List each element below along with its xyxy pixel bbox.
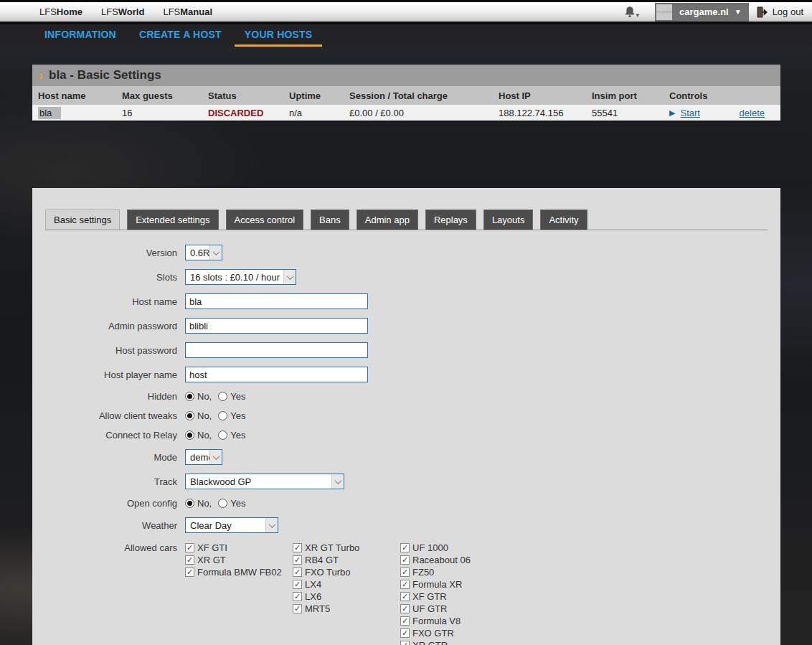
link-lfsmanual[interactable]: LFSManual <box>163 6 212 17</box>
tab-layouts[interactable]: Layouts <box>483 209 534 230</box>
car-checkbox[interactable] <box>293 543 302 552</box>
mode-value: demo <box>186 452 209 463</box>
car-checkbox[interactable] <box>185 543 194 552</box>
connect-to-relay-row: Connect to Relay No, Yes <box>32 430 780 441</box>
admin-password-input[interactable] <box>185 318 368 334</box>
list-item: Raceabout 06 <box>400 554 494 566</box>
list-item: LX4 <box>293 578 400 590</box>
tab-access-control[interactable]: Access control <box>226 209 304 230</box>
car-checkbox[interactable] <box>400 592 410 601</box>
tab-admin-app[interactable]: Admin app <box>357 209 418 230</box>
col-max-guests: Max guests <box>122 90 208 101</box>
car-label: XR GT Turbo <box>305 542 359 553</box>
connect-to-relay-no-label: No, <box>197 430 212 441</box>
host-name-input[interactable] <box>185 293 368 309</box>
col-uptime: Uptime <box>289 90 349 101</box>
nav-your-hosts[interactable]: YOUR HOSTS <box>235 24 323 47</box>
allow-client-tweaks-yes-radio[interactable] <box>218 411 227 420</box>
list-item: XF GTI <box>185 542 293 554</box>
car-checkbox[interactable] <box>293 580 302 589</box>
table-row: bla 16 DISCARDED n/a £0.00 / £0.00 188.1… <box>32 105 780 122</box>
link-lfsmanual-prefix: LFS <box>163 6 180 17</box>
car-checkbox[interactable] <box>293 568 302 577</box>
tab-basic-settings[interactable]: Basic settings <box>45 209 120 230</box>
mode-select[interactable]: demo <box>185 449 222 465</box>
connect-to-relay-no-radio[interactable] <box>185 430 194 440</box>
version-row: Version 0.6R <box>32 245 780 260</box>
slots-select[interactable]: 16 slots : £0.10 / hour <box>185 269 296 285</box>
tab-replays[interactable]: Replays <box>425 209 476 230</box>
car-label: LX4 <box>305 579 321 590</box>
car-label: UF 1000 <box>412 542 448 553</box>
connect-to-relay-yes-radio[interactable] <box>218 430 227 440</box>
car-label: XR GT <box>197 555 226 565</box>
link-lfsworld[interactable]: LFSWorld <box>101 6 144 17</box>
host-password-label: Host password <box>32 345 177 356</box>
list-item: UF 1000 <box>400 542 494 554</box>
user-menu-button[interactable]: no picture cargame.nl ▼ <box>655 3 749 22</box>
chevron-down-icon <box>209 450 222 464</box>
nav-create-a-host[interactable]: CREATE A HOST <box>129 24 232 47</box>
notifications-button[interactable]: ▾ <box>624 6 640 19</box>
cell-uptime: n/a <box>289 108 349 118</box>
car-checkbox[interactable] <box>185 568 194 577</box>
car-checkbox[interactable] <box>400 568 410 577</box>
host-player-name-input[interactable] <box>185 367 368 382</box>
car-checkbox[interactable] <box>400 641 410 645</box>
tab-bans[interactable]: Bans <box>311 209 349 230</box>
open-config-yes-label: Yes <box>230 498 245 509</box>
car-label: LX6 <box>305 591 321 602</box>
open-config-row: Open config No, Yes <box>32 498 780 509</box>
top-bar: LFSHome LFSWorld LFSManual ▾ no picture … <box>0 0 812 22</box>
nav-information[interactable]: INFORMATION <box>34 24 126 47</box>
hidden-no-radio[interactable] <box>185 392 194 401</box>
open-config-radio-group: No, Yes <box>185 498 252 509</box>
hidden-radio-group: No, Yes <box>185 391 252 402</box>
car-checkbox[interactable] <box>293 604 302 613</box>
hidden-yes-radio[interactable] <box>218 392 227 401</box>
allowed-cars-group: XF GTI XR GT Formula BMW FB02 XR GT Turb… <box>185 542 494 645</box>
hidden-yes-label: Yes <box>230 391 245 402</box>
chevron-down-icon <box>265 518 278 532</box>
car-label: Formula BMW FB02 <box>197 567 282 578</box>
logout-button[interactable]: Log out <box>756 6 803 18</box>
track-select[interactable]: Blackwood GP <box>185 474 344 489</box>
car-checkbox[interactable] <box>293 555 302 565</box>
weather-select[interactable]: Clear Day <box>185 517 278 533</box>
hosts-table-header: Host name Max guests Status Uptime Sessi… <box>32 86 780 105</box>
list-item: Formula XR <box>400 578 494 590</box>
open-config-yes-radio[interactable] <box>218 499 227 508</box>
username-label: cargame.nl <box>679 6 729 17</box>
allowed-cars-row: Allowed cars XF GTI XR GT Formula BMW FB… <box>32 542 780 645</box>
tab-extended-settings[interactable]: Extended settings <box>127 209 218 230</box>
content-panel: › bla - Basic Settings Host name Max gue… <box>32 65 780 645</box>
hidden-no-label: No, <box>197 391 212 402</box>
admin-password-label: Admin password <box>32 321 177 331</box>
host-password-input[interactable] <box>185 342 368 358</box>
car-label: XF GTI <box>197 542 227 553</box>
link-lfshome[interactable]: LFSHome <box>39 6 82 17</box>
delete-link[interactable]: delete <box>740 108 765 118</box>
start-arrow-icon: ▶ <box>669 108 675 118</box>
version-select[interactable]: 0.6R <box>185 245 222 260</box>
list-item: XR GT <box>185 554 293 566</box>
car-checkbox[interactable] <box>400 555 410 565</box>
start-link[interactable]: Start <box>680 108 699 118</box>
tab-activity[interactable]: Activity <box>540 209 587 230</box>
car-checkbox[interactable] <box>400 580 410 589</box>
open-config-no-radio[interactable] <box>185 499 194 508</box>
page-title: bla - Basic Settings <box>49 68 161 83</box>
allow-client-tweaks-no-radio[interactable] <box>185 411 194 420</box>
user-caret-icon: ▼ <box>735 8 742 16</box>
list-item: XR GT Turbo <box>293 542 400 554</box>
car-checkbox[interactable] <box>400 543 410 552</box>
car-checkbox[interactable] <box>400 604 410 613</box>
topbar-right-group: ▾ no picture cargame.nl ▼ Log out <box>624 3 803 22</box>
car-checkbox[interactable] <box>293 592 302 601</box>
col-host-ip: Host IP <box>499 90 592 101</box>
car-checkbox[interactable] <box>400 616 410 626</box>
car-checkbox[interactable] <box>400 628 410 638</box>
slots-row: Slots 16 slots : £0.10 / hour <box>32 269 780 285</box>
link-lfsmanual-suffix: Manual <box>180 6 212 17</box>
car-checkbox[interactable] <box>185 555 194 565</box>
